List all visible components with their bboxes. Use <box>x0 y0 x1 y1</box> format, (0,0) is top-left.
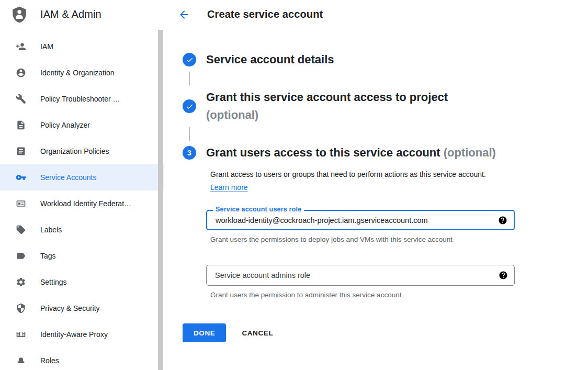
step-3-body: Grant access to users or groups that nee… <box>206 168 588 342</box>
app-window: IAM & Admin IAMIdentity & OrganizationPo… <box>0 0 588 370</box>
sidebar-item-label: Roles <box>40 356 59 365</box>
sidebar-item-label: Organization Policies <box>40 147 109 155</box>
users-role-field-block: Service account users role Grant users t… <box>206 210 588 243</box>
step-1-title: Service account details <box>206 51 334 69</box>
sidebar-item-label: Privacy & Security <box>40 304 100 312</box>
account-circle-icon <box>15 66 27 79</box>
done-button[interactable]: DONE <box>183 323 226 342</box>
tag-arrow-icon <box>15 250 27 262</box>
sidebar-item-settings[interactable]: Settings <box>0 269 164 295</box>
sidebar-item-identity-organization[interactable]: Identity & Organization <box>0 60 164 86</box>
sidebar-item-roles[interactable]: Roles <box>0 347 164 370</box>
step-connector <box>189 72 190 85</box>
sidebar-header: IAM & Admin <box>0 0 164 29</box>
wizard-content: Service account details Grant this servi… <box>164 29 588 342</box>
admins-role-helper-text: Grant users the permission to administer… <box>206 291 588 299</box>
sidebar-item-label: Workload Identity Federat… <box>40 199 131 208</box>
step-connector <box>189 127 190 141</box>
step-2-complete-check-icon <box>183 99 196 113</box>
iam-admin-sidebar: IAM & Admin IAMIdentity & OrganizationPo… <box>0 0 164 370</box>
step-3-grant-users-access: 3 Grant users access to this service acc… <box>183 144 588 162</box>
label-tag-icon <box>15 223 27 236</box>
article-icon <box>15 145 27 158</box>
badge-card-icon <box>15 197 27 210</box>
step-2-grant-access-to-project: Grant this service account access to pro… <box>183 88 588 124</box>
sidebar-item-label: Service Accounts <box>40 173 96 182</box>
sidebar-item-identity-aware-proxy[interactable]: Identity-Aware Proxy <box>0 321 164 347</box>
action-buttons-row: DONE CANCEL <box>183 323 588 342</box>
step-2-title: Grant this service account access to pro… <box>206 88 491 124</box>
back-arrow-icon[interactable] <box>178 8 190 21</box>
service-account-users-role-field[interactable]: Service account users role <box>206 210 515 230</box>
admins-role-input[interactable] <box>207 265 514 285</box>
users-role-floating-label: Service account users role <box>213 206 304 213</box>
users-role-helper-text: Grant users the permissions to deploy jo… <box>206 236 588 243</box>
step-3-number-badge: 3 <box>183 146 196 160</box>
admins-role-field-block: Grant users the permission to administer… <box>206 265 588 299</box>
sidebar-item-workload-identity-federat[interactable]: Workload Identity Federat… <box>0 190 164 217</box>
sidebar-item-labels[interactable]: Labels <box>0 217 164 243</box>
sidebar-item-label: Identity-Aware Proxy <box>40 330 108 339</box>
person-add-icon <box>15 40 27 53</box>
cancel-button[interactable]: CANCEL <box>242 323 273 342</box>
service-account-icon <box>15 171 27 184</box>
proxy-icon <box>15 328 27 341</box>
step-1-service-account-details: Service account details <box>183 51 588 69</box>
service-account-admins-role-field[interactable] <box>206 265 515 286</box>
sidebar-item-label: IAM <box>40 42 53 51</box>
policy-analyzer-icon <box>15 119 27 131</box>
page-title: Create service account <box>207 8 323 20</box>
sidebar-item-policy-troubleshooter[interactable]: Policy Troubleshooter … <box>0 86 164 112</box>
step-3-title: Grant users access to this service accou… <box>206 144 496 162</box>
sidebar-item-label: Policy Analyzer <box>40 121 90 129</box>
users-role-input[interactable] <box>207 211 514 229</box>
shield-icon <box>15 302 27 315</box>
hat-icon <box>15 354 27 367</box>
sidebar-nav: IAMIdentity & OrganizationPolicy Trouble… <box>0 29 164 370</box>
users-role-help-icon[interactable] <box>498 216 507 225</box>
sidebar-item-policy-analyzer[interactable]: Policy Analyzer <box>0 112 164 138</box>
sidebar-item-label: Labels <box>40 226 62 234</box>
gear-icon <box>15 276 27 288</box>
wrench-icon <box>15 93 27 105</box>
sidebar-title: IAM & Admin <box>40 8 101 20</box>
sidebar-item-label: Tags <box>40 252 56 260</box>
sidebar-scrollbar[interactable] <box>158 30 163 370</box>
page-header: Create service account <box>164 0 588 29</box>
sidebar-item-label: Policy Troubleshooter … <box>40 95 120 103</box>
sidebar-item-label: Settings <box>40 278 67 286</box>
sidebar-item-label: Identity & Organization <box>40 69 115 77</box>
sidebar-item-service-accounts[interactable]: Service Accounts <box>0 164 164 190</box>
sidebar-item-privacy-security[interactable]: Privacy & Security <box>0 295 164 321</box>
step-3-optional-label: (optional) <box>444 146 496 159</box>
admins-role-help-icon[interactable] <box>499 271 508 280</box>
sidebar-item-organization-policies[interactable]: Organization Policies <box>0 138 164 164</box>
step-3-description: Grant access to users or groups that nee… <box>206 168 493 194</box>
main-panel: Create service account Service account d… <box>164 0 588 370</box>
iam-shield-logo-icon <box>9 4 29 26</box>
sidebar-item-tags[interactable]: Tags <box>0 243 164 269</box>
sidebar-item-iam[interactable]: IAM <box>0 33 164 60</box>
step-2-optional-label: (optional) <box>206 108 258 121</box>
step-1-complete-check-icon <box>183 53 196 66</box>
learn-more-link[interactable]: Learn more <box>210 183 248 192</box>
